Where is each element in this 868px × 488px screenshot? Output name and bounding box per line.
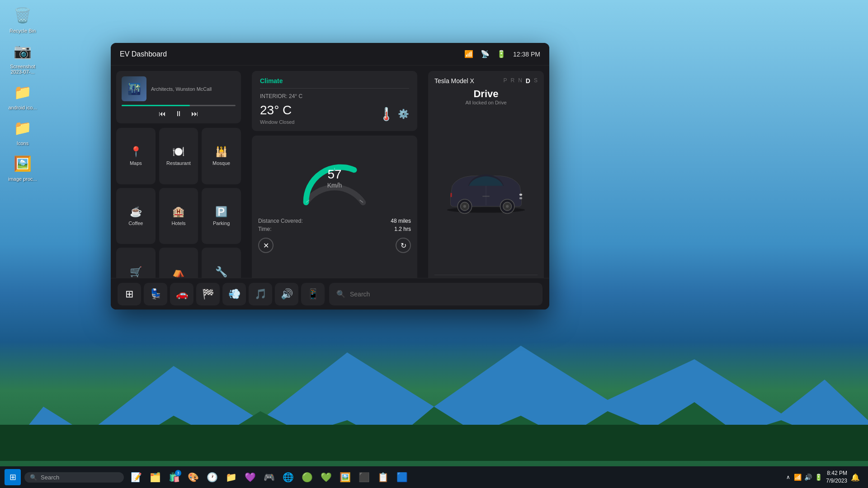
next-button[interactable]: ⏭ <box>191 110 198 118</box>
parking-label: Parking <box>213 221 230 226</box>
maps-button[interactable]: 📍 Maps <box>116 128 156 184</box>
start-button[interactable]: ⊞ <box>5 469 21 485</box>
speed-info: Distance Covered: 48 miles Time: 1.2 hrs <box>258 218 411 234</box>
wifi-icon: 📡 <box>481 50 490 58</box>
mosque-button[interactable]: 🕌 Mosque <box>202 128 241 184</box>
play-pause-button[interactable]: ⏸ <box>175 110 182 118</box>
phone-toolbar-button[interactable]: 📱 <box>301 283 325 305</box>
music-toolbar-button[interactable]: 🎵 <box>249 283 272 305</box>
rest-area-icon: ⛺ <box>172 266 184 278</box>
desktop-icon-image-proc[interactable]: 🖼️ image proc... <box>5 153 41 182</box>
refresh-button[interactable]: ↻ <box>396 238 411 253</box>
taskbar-app-notepad[interactable]: 📝 <box>127 469 145 486</box>
taskbar-app-vscode[interactable]: 💜 <box>241 469 259 486</box>
header-right: 📶 📡 🔋 12:38 PM <box>464 50 540 58</box>
repair-icon: 🔧 <box>215 266 227 278</box>
taskbar-app-folder[interactable]: 📁 <box>222 469 240 486</box>
music-album-art: 🌃 <box>122 76 146 101</box>
svg-point-12 <box>519 197 522 199</box>
close-button[interactable]: ✕ <box>258 238 274 253</box>
taskbar-system-icons: 📶 🔊 🔋 <box>794 474 822 481</box>
gear-D: D <box>526 77 530 84</box>
drive-status: Drive All locked on Drive <box>434 88 538 105</box>
wifi-status-icon: 📶 <box>794 474 802 481</box>
search-input[interactable] <box>350 291 535 298</box>
music-controls: ⏮ ⏸ ⏭ <box>122 110 236 118</box>
music-progress-fill <box>122 105 190 106</box>
climate-interior-label: INTERIOR: 24° C <box>260 93 409 99</box>
ev-right-panel: Tesla Model X P R N D S Drive All locked… <box>423 66 549 310</box>
desktop: 🗑️ Recycle Bin 📷 Screenshot 2023-07-... … <box>0 0 868 488</box>
tree-line <box>0 425 868 461</box>
coffee-button[interactable]: ☕ Coffee <box>116 188 156 244</box>
header-time: 12:38 PM <box>513 51 540 58</box>
climate-controls: 🌡️ ⚙️ <box>378 107 409 122</box>
taskbar-app-photos[interactable]: 🖼️ <box>336 469 354 486</box>
distance-value: 48 miles <box>391 218 411 224</box>
seat-toolbar-button[interactable]: 💺 <box>144 283 167 305</box>
svg-rect-13 <box>450 192 452 197</box>
svg-rect-14 <box>482 196 490 197</box>
taskbar-app-paint[interactable]: 🎨 <box>184 469 202 486</box>
taskbar-chevron-icon[interactable]: ∧ <box>786 474 790 480</box>
toolbar-search[interactable]: 🔍 <box>329 283 542 305</box>
time-label: Time: <box>258 226 272 232</box>
desktop-icon-recycle-bin[interactable]: 🗑️ Recycle Bin <box>5 5 41 33</box>
volume-toolbar-button[interactable]: 🔊 <box>275 283 298 305</box>
gear-R: R <box>511 77 515 84</box>
search-icon: 🔍 <box>336 290 345 298</box>
taskbar-app-terminal[interactable]: ⬛ <box>355 469 373 486</box>
taskbar: ⊞ 🔍 Search 📝 🗂️ 🛍️ 3 🎨 🕐 📁 💜 🎮 🌐 🟢 💚 🖼️ … <box>0 466 868 488</box>
prev-button[interactable]: ⏮ <box>159 110 166 118</box>
ev-content: 🌃 Architects, Wunston McCall ⏮ ⏸ ⏭ <box>111 66 549 310</box>
svg-point-7 <box>463 205 466 207</box>
fan-toolbar-button[interactable]: 💨 <box>222 283 246 305</box>
taskbar-app-time[interactable]: 🕐 <box>203 469 221 486</box>
taskbar-search[interactable]: 🔍 Search <box>24 472 124 483</box>
music-progress-bar[interactable] <box>122 105 236 106</box>
parking-button[interactable]: 🅿️ Parking <box>202 188 241 244</box>
ev-left-panel: 🌃 Architects, Wunston McCall ⏮ ⏸ ⏭ <box>111 66 246 310</box>
coffee-icon: ☕ <box>130 206 142 218</box>
desktop-icon-screenshot[interactable]: 📷 Screenshot 2023-07-... <box>5 40 41 75</box>
coffee-label: Coffee <box>128 221 143 226</box>
svg-point-10 <box>506 205 509 207</box>
climate-gear-icon[interactable]: ⚙️ <box>398 108 409 119</box>
ev-title: EV Dashboard <box>120 50 167 58</box>
taskbar-clock[interactable]: 8:42 PM 7/9/2023 <box>826 469 847 485</box>
ev-header: EV Dashboard 📶 📡 🔋 12:38 PM <box>111 43 549 66</box>
thermometer-icon: 🌡️ <box>378 107 394 122</box>
taskbar-app-edge[interactable]: 🌐 <box>279 469 297 486</box>
climate-temp-block: 23° C Window Closed <box>260 103 294 125</box>
hotels-button[interactable]: 🏨 Hotels <box>159 188 198 244</box>
taskbar-app-explorer[interactable]: 🗂️ <box>146 469 164 486</box>
climate-panel: Climate INTERIOR: 24° C 23° C Window Clo… <box>252 71 417 131</box>
restaurant-button[interactable]: 🍽️ Restaurant <box>159 128 198 184</box>
ev-toolbar: ⊞ 💺 🚗 🏁 💨 🎵 🔊 📱 🔍 <box>111 278 549 310</box>
taskbar-app-store[interactable]: 🛍️ 3 <box>165 469 183 486</box>
taskbar-app-notes[interactable]: 📋 <box>374 469 392 486</box>
hotels-icon: 🏨 <box>172 206 184 218</box>
image-proc-icon: 🖼️ <box>12 153 33 174</box>
climate-main: 23° C Window Closed 🌡️ ⚙️ <box>260 103 409 125</box>
drive-title: Drive <box>434 88 538 100</box>
speed-unit: Km/h <box>327 182 342 189</box>
car-toolbar-button[interactable]: 🚗 <box>170 283 193 305</box>
desktop-icon-icons[interactable]: 📁 Icons <box>5 117 41 146</box>
svg-point-11 <box>519 193 522 196</box>
android-icon: 📁 <box>12 81 33 103</box>
time-value: 1.2 hrs <box>394 226 411 232</box>
mosque-label: Mosque <box>212 160 230 166</box>
gear-indicators: P R N D S <box>504 77 538 84</box>
taskbar-app-chrome[interactable]: 🟢 <box>298 469 316 486</box>
taskbar-app-game[interactable]: 🎮 <box>260 469 278 486</box>
flag-toolbar-button[interactable]: 🏁 <box>196 283 220 305</box>
desktop-icon-android[interactable]: 📁 android ico... <box>5 81 41 110</box>
notification-icon[interactable]: 🔔 <box>851 473 860 482</box>
grid-toolbar-button[interactable]: ⊞ <box>118 283 141 305</box>
taskbar-app-tiles[interactable]: 🟦 <box>393 469 410 486</box>
restaurant-icon: 🍽️ <box>172 146 184 158</box>
taskbar-app-sticky[interactable]: 💚 <box>317 469 335 486</box>
tesla-model-name: Tesla Model X <box>434 77 474 84</box>
gear-N: N <box>518 77 522 84</box>
